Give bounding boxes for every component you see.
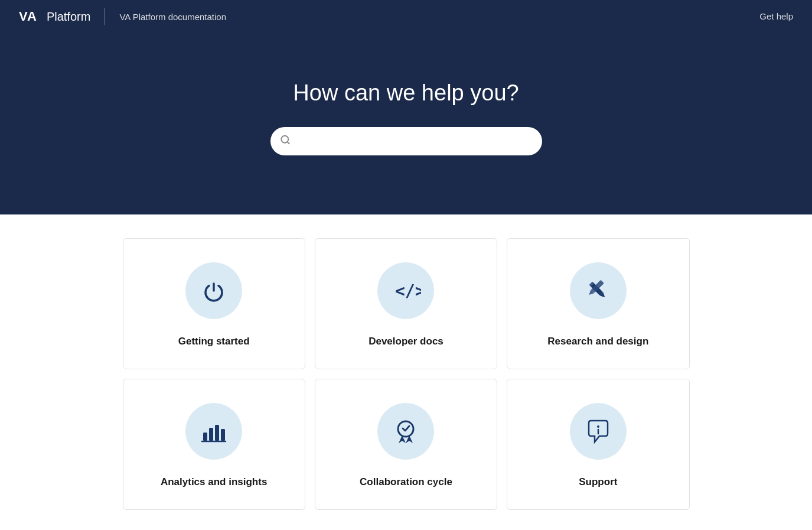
logo-divider — [105, 8, 105, 25]
support-icon — [583, 416, 614, 447]
card-icon-circle-getting-started — [185, 262, 242, 319]
svg-text:</>: </> — [395, 281, 421, 301]
card-icon-circle-analytics — [185, 403, 242, 460]
logo-platform: Platform — [47, 10, 90, 24]
get-help-link[interactable]: Get help — [759, 11, 793, 21]
logo-va: VA — [19, 9, 37, 24]
card-collaboration-cycle[interactable]: Collaboration cycle — [315, 379, 497, 510]
card-label-collaboration: Collaboration cycle — [360, 476, 452, 488]
badge-icon — [390, 416, 421, 447]
svg-rect-11 — [215, 425, 219, 441]
card-getting-started[interactable]: Getting started — [123, 238, 305, 369]
header: VA Platform VA Platform documentation Ge… — [0, 0, 812, 33]
search-wrapper — [270, 127, 542, 155]
header-left: VA Platform VA Platform documentation — [19, 8, 226, 25]
card-label-analytics: Analytics and insights — [161, 476, 267, 488]
svg-point-15 — [597, 425, 599, 428]
card-developer-docs[interactable]: </> Developer docs — [315, 238, 497, 369]
svg-rect-10 — [209, 428, 213, 441]
card-label-getting-started: Getting started — [178, 336, 250, 347]
card-icon-circle-support — [570, 403, 627, 460]
design-icon — [583, 275, 614, 306]
cards-grid: Getting started </> Developer docs — [123, 238, 690, 510]
hero-title: How can we help you? — [293, 80, 518, 106]
doc-title: VA Platform documentation — [119, 12, 226, 22]
card-research-design[interactable]: Research and design — [507, 238, 689, 369]
power-icon — [198, 275, 229, 306]
card-analytics-insights[interactable]: Analytics and insights — [123, 379, 305, 510]
main-content: Getting started </> Developer docs — [0, 214, 812, 530]
card-support[interactable]: Support — [507, 379, 689, 510]
analytics-icon — [198, 416, 229, 447]
card-label-support: Support — [579, 476, 617, 488]
card-label-developer-docs: Developer docs — [369, 336, 443, 347]
svg-rect-12 — [221, 429, 225, 441]
card-icon-circle-collaboration — [377, 403, 434, 460]
card-label-research-design: Research and design — [547, 336, 648, 347]
search-input[interactable] — [270, 127, 542, 155]
header-right: Get help — [759, 11, 793, 22]
card-icon-circle-developer-docs: </> — [377, 262, 434, 319]
hero-section: How can we help you? — [0, 33, 812, 214]
card-icon-circle-research-design — [570, 262, 627, 319]
code-icon: </> — [390, 275, 421, 306]
svg-rect-9 — [203, 433, 207, 441]
